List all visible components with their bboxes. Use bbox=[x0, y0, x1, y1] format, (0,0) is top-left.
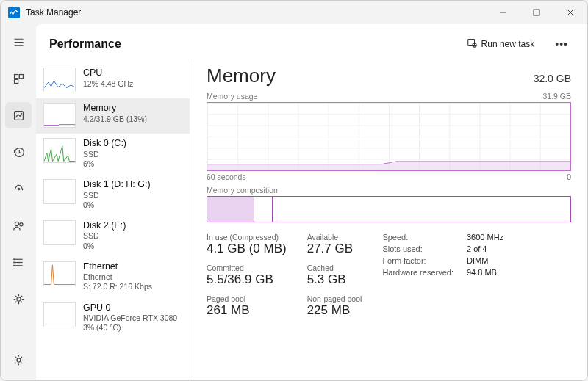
available-label: Available bbox=[307, 233, 362, 242]
nonpaged-value: 225 MB bbox=[307, 303, 362, 318]
sidebar-item-label: Disk 0 (C:) bbox=[83, 138, 126, 150]
nav-processes[interactable] bbox=[5, 65, 32, 92]
nav-users[interactable] bbox=[5, 212, 32, 239]
run-new-task-label: Run new task bbox=[481, 39, 535, 49]
usage-label: Memory usage bbox=[207, 92, 257, 101]
svg-point-19 bbox=[13, 262, 14, 263]
run-task-icon bbox=[467, 37, 477, 50]
sidebar-item-disk1[interactable]: Disk 1 (D: H: G:)SSD0% bbox=[36, 175, 190, 216]
svg-point-12 bbox=[18, 188, 20, 190]
composition-label: Memory composition bbox=[207, 186, 571, 195]
sidebar-item-gpu0[interactable]: GPU 0NVIDIA GeForce RTX 30803% (40 °C) bbox=[36, 298, 190, 339]
thumb-memory bbox=[43, 103, 76, 128]
x-axis-right: 0 bbox=[567, 173, 571, 181]
window-title: Task Manager bbox=[26, 7, 81, 18]
composition-standby-boundary bbox=[254, 197, 273, 222]
hw-key: Hardware reserved: bbox=[382, 268, 453, 277]
nav-settings[interactable] bbox=[5, 346, 32, 373]
svg-point-18 bbox=[13, 258, 14, 259]
maximize-button[interactable] bbox=[520, 1, 553, 24]
thumb-gpu0 bbox=[43, 302, 76, 327]
nonpaged-label: Non-paged pool bbox=[307, 294, 362, 303]
slots-key: Slots used: bbox=[382, 244, 453, 253]
committed-value: 5.5/36.9 GB bbox=[207, 272, 287, 287]
memory-stats: In use (Compressed) 4.1 GB (0 MB) Commit… bbox=[207, 233, 571, 318]
paged-label: Paged pool bbox=[207, 294, 287, 303]
svg-point-21 bbox=[16, 297, 20, 300]
minimize-button[interactable] bbox=[486, 1, 520, 24]
usage-max: 31.9 GB bbox=[542, 92, 571, 101]
nav-performance[interactable] bbox=[5, 102, 32, 128]
sidebar-item-disk0[interactable]: Disk 0 (C:)SSD6% bbox=[36, 134, 190, 175]
svg-rect-23 bbox=[467, 40, 474, 46]
sidebar-item-label: GPU 0 bbox=[83, 302, 177, 314]
run-new-task-button[interactable]: Run new task bbox=[461, 35, 541, 53]
resource-sidebar[interactable]: CPU12% 4.48 GHz Memory4.2/31.9 GB (13%) … bbox=[36, 60, 190, 380]
detail-title: Memory bbox=[207, 65, 276, 87]
title-bar: Task Manager bbox=[1, 1, 587, 24]
thumb-disk1 bbox=[43, 179, 76, 204]
available-value: 27.7 GB bbox=[307, 242, 362, 256]
app-icon bbox=[8, 7, 20, 18]
composition-in-use bbox=[207, 197, 254, 222]
nav-details[interactable] bbox=[5, 249, 32, 275]
cached-label: Cached bbox=[307, 264, 362, 272]
in-use-value: 4.1 GB (0 MB) bbox=[207, 242, 287, 256]
sidebar-item-disk2[interactable]: Disk 2 (E:)SSD0% bbox=[36, 216, 190, 257]
sidebar-item-label: CPU bbox=[83, 68, 133, 79]
sidebar-item-label: Memory bbox=[83, 103, 147, 115]
svg-point-22 bbox=[16, 358, 20, 361]
thumb-disk0 bbox=[43, 138, 76, 163]
speed-key: Speed: bbox=[382, 233, 453, 242]
svg-rect-9 bbox=[14, 79, 18, 83]
thumb-disk2 bbox=[43, 220, 76, 245]
memory-properties: Speed:3600 MHz Slots used:2 of 4 Form fa… bbox=[382, 233, 503, 318]
svg-rect-8 bbox=[19, 74, 23, 78]
nav-rail bbox=[1, 24, 36, 380]
form-key: Form factor: bbox=[382, 256, 453, 265]
nav-services[interactable] bbox=[5, 286, 32, 312]
sidebar-item-ethernet[interactable]: EthernetEthernetS: 72.0 R: 216 Kbps bbox=[36, 257, 190, 298]
thumb-cpu bbox=[43, 68, 76, 92]
page-title: Performance bbox=[49, 37, 121, 51]
thumb-ethernet bbox=[43, 261, 76, 286]
committed-label: Committed bbox=[207, 264, 287, 272]
close-button[interactable] bbox=[553, 1, 587, 24]
speed-val: 3600 MHz bbox=[467, 233, 503, 242]
paged-value: 261 MB bbox=[207, 303, 287, 318]
nav-hamburger[interactable] bbox=[5, 29, 32, 55]
page-header: Performance Run new task ••• bbox=[36, 24, 587, 60]
slots-val: 2 of 4 bbox=[467, 244, 503, 253]
memory-composition-chart bbox=[207, 196, 571, 222]
sidebar-item-label: Disk 1 (D: H: G:) bbox=[83, 179, 151, 191]
sidebar-item-label: Disk 2 (E:) bbox=[83, 220, 126, 232]
nav-startup[interactable] bbox=[5, 175, 32, 202]
svg-point-14 bbox=[19, 222, 22, 225]
sidebar-item-memory[interactable]: Memory4.2/31.9 GB (13%) bbox=[36, 98, 190, 134]
details-pane: Memory 32.0 GB Memory usage 31.9 GB 60 s… bbox=[190, 60, 587, 380]
form-val: DIMM bbox=[467, 256, 503, 265]
cached-value: 5.3 GB bbox=[307, 272, 362, 287]
more-button[interactable]: ••• bbox=[549, 35, 574, 53]
sidebar-item-label: Ethernet bbox=[83, 261, 152, 273]
svg-point-13 bbox=[15, 222, 18, 225]
svg-rect-1 bbox=[534, 10, 539, 15]
svg-rect-7 bbox=[14, 74, 18, 78]
detail-total: 32.0 GB bbox=[534, 73, 571, 84]
memory-usage-chart bbox=[207, 102, 571, 171]
main-panel: Performance Run new task ••• CPU12% 4.48… bbox=[36, 24, 587, 380]
hw-val: 94.8 MB bbox=[467, 268, 503, 277]
sidebar-item-cpu[interactable]: CPU12% 4.48 GHz bbox=[36, 63, 190, 98]
svg-point-20 bbox=[13, 265, 14, 266]
x-axis-left: 60 seconds bbox=[207, 173, 246, 181]
nav-app-history[interactable] bbox=[5, 139, 32, 165]
svg-rect-10 bbox=[14, 111, 23, 120]
in-use-label: In use (Compressed) bbox=[207, 233, 287, 242]
